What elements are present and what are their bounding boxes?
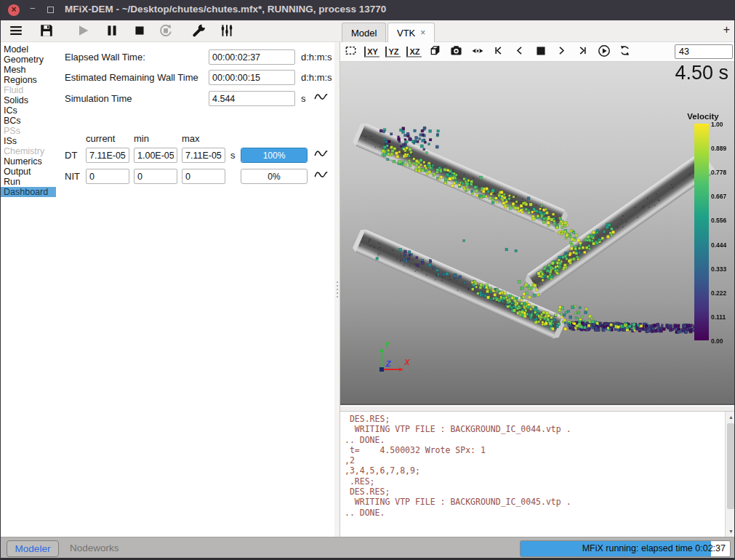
vertical-splitter[interactable] (334, 42, 340, 537)
tab-model[interactable]: Model (342, 23, 386, 42)
tab-vtk[interactable]: VTK × (387, 23, 435, 42)
view-xz-button[interactable]: XZ (403, 43, 425, 61)
colorbar-tick: 0.444 (711, 241, 735, 249)
tab-vtk-label: VTK (397, 28, 415, 39)
sidebar-item-geometry[interactable]: Geometry (1, 55, 56, 65)
sidebar-item-ics[interactable]: ICs (1, 105, 56, 116)
plot-simulation-time-icon[interactable] (314, 92, 328, 105)
simulation-time-field[interactable] (209, 91, 295, 106)
stop-button[interactable] (129, 21, 150, 41)
close-button[interactable]: × (8, 4, 20, 16)
nodeworks-tab-label[interactable]: Nodeworks (70, 543, 119, 553)
fit-view-button[interactable] (340, 43, 361, 61)
nit-min-field[interactable] (134, 169, 177, 184)
menu-button[interactable] (5, 21, 27, 41)
dt-max-field[interactable] (182, 148, 225, 163)
colorbar-tick: 0.222 (711, 289, 735, 297)
remaining-wall-time-label: Estimated Remaining Wall Time (65, 72, 198, 83)
restore-button[interactable] (47, 7, 54, 13)
reset-button (155, 21, 177, 41)
sidebar-nav: ModelGeometryMeshRegionsFluidSolidsICsBC… (1, 44, 56, 197)
sidebar-item-solids[interactable]: Solids (1, 95, 56, 105)
first-frame-button[interactable] (488, 43, 509, 61)
plot-dt-icon[interactable] (314, 148, 328, 161)
sidebar-item-model[interactable]: Model (1, 44, 56, 55)
terminal-line: WRITING VTP FILE : BACKGROUND_IC_0045.vt… (345, 497, 723, 507)
tab-bar: Model VTK × + (340, 20, 735, 42)
pause-button[interactable] (101, 21, 123, 41)
terminal-line: .. DONE. (345, 508, 723, 518)
sidebar-item-mesh[interactable]: Mesh (1, 65, 56, 75)
nit-current-field[interactable] (86, 169, 129, 184)
stop-icon (132, 23, 147, 40)
parameters-icon (220, 23, 234, 40)
dt-current-field[interactable] (86, 148, 129, 163)
plot-nit-icon[interactable] (314, 169, 328, 183)
settings-icon (192, 23, 206, 40)
visibility-eye-button[interactable] (467, 43, 488, 61)
refresh-view-button[interactable] (614, 43, 635, 61)
elapsed-wall-time-field[interactable] (209, 49, 295, 65)
next-frame-button[interactable] (551, 43, 572, 61)
view-yz-button[interactable]: YZ (382, 43, 403, 61)
snapshot-camera-button[interactable] (446, 43, 467, 61)
sidebar-item-chemistry: Chemistry (1, 146, 56, 156)
play-frames-button[interactable] (593, 43, 614, 61)
dt-progress-label: 100% (241, 148, 307, 163)
previous-frame-button[interactable] (509, 43, 530, 61)
add-tab-button[interactable]: + (723, 23, 730, 36)
projection-toggle-button[interactable] (425, 43, 446, 61)
run-progress-bar: MFiX running: elapsed time 0:02:37 (520, 540, 731, 557)
settings-button[interactable] (188, 21, 210, 41)
terminal-line: .. DONE. (345, 435, 723, 445)
tab-close-icon[interactable]: × (420, 28, 425, 38)
previous-frame-icon (514, 45, 525, 58)
parameters-button[interactable] (216, 21, 238, 41)
colorbar-tick: 1.00 (711, 121, 735, 128)
time-annotation: 4.50 s (675, 62, 728, 84)
sidebar-item-run[interactable]: Run (1, 177, 56, 187)
terminal-line: WRITING VTP FILE : BACKGROUND_IC_0044.vt… (345, 424, 723, 434)
snapshot-camera-icon (450, 44, 462, 59)
titlebar: × − MFiX-DEM - ~/Desktop/chutes/chutes.m… (1, 0, 734, 20)
save-button[interactable] (36, 21, 57, 41)
frame-number-input[interactable] (675, 44, 733, 59)
scroll-thumb[interactable] (727, 423, 734, 509)
remaining-wall-time-field[interactable] (209, 70, 295, 85)
modeler-tab-button[interactable]: Modeler (7, 540, 59, 557)
sidebar-item-numerics[interactable]: Numerics (1, 156, 56, 167)
vtk-3d-view[interactable]: 4.50 s Velocity Y Z X 1.000.8890.7780.66… (340, 62, 735, 405)
dashboard-panel: Elapsed Wall Time: d:h:m:s Estimated Rem… (59, 42, 331, 537)
colorbar-tick: 0.00 (711, 337, 735, 345)
stop-playback-button[interactable] (530, 43, 551, 61)
view-xy-button[interactable]: XY (361, 43, 382, 61)
run-button (72, 21, 94, 41)
last-frame-button[interactable] (572, 43, 593, 61)
next-frame-icon (556, 45, 567, 58)
view-yz-label: YZ (385, 47, 400, 57)
scroll-up-icon[interactable]: ▲ (726, 412, 735, 423)
elapsed-wall-time-label: Elapsed Wall Time: (65, 52, 145, 63)
scroll-down-icon[interactable]: ▼ (726, 526, 735, 537)
sidebar-item-bcs[interactable]: BCs (1, 116, 56, 126)
run-icon (76, 23, 90, 40)
terminal-line: DES.RES; (345, 487, 723, 497)
mfix-window: × − MFiX-DEM - ~/Desktop/chutes/chutes.m… (0, 0, 735, 560)
axis-z-label: Z (385, 359, 392, 368)
axes-orientation-widget: Y Z X (368, 340, 413, 378)
sidebar-item-output[interactable]: Output (1, 167, 56, 177)
terminal-line: ,2 (345, 455, 723, 465)
nit-max-field[interactable] (182, 169, 225, 184)
projection-toggle-icon (429, 44, 441, 59)
sidebar-item-regions[interactable]: Regions (1, 75, 56, 85)
dt-min-field[interactable] (134, 148, 177, 163)
pause-icon (105, 23, 119, 40)
sidebar-item-dashboard[interactable]: Dashboard (1, 187, 56, 197)
axis-y-label: Y (385, 340, 391, 349)
minimize-button[interactable]: − (30, 3, 36, 14)
terminal-scrollbar[interactable]: ▲ ▼ (725, 412, 735, 537)
sidebar-item-iss[interactable]: ISs (1, 136, 56, 146)
col-max-header: max (182, 133, 200, 144)
terminal-output[interactable]: DES.RES; WRITING VTP FILE : BACKGROUND_I… (340, 411, 735, 537)
terminal-line: ,3,4,5,6,7,8,9; (345, 465, 723, 476)
